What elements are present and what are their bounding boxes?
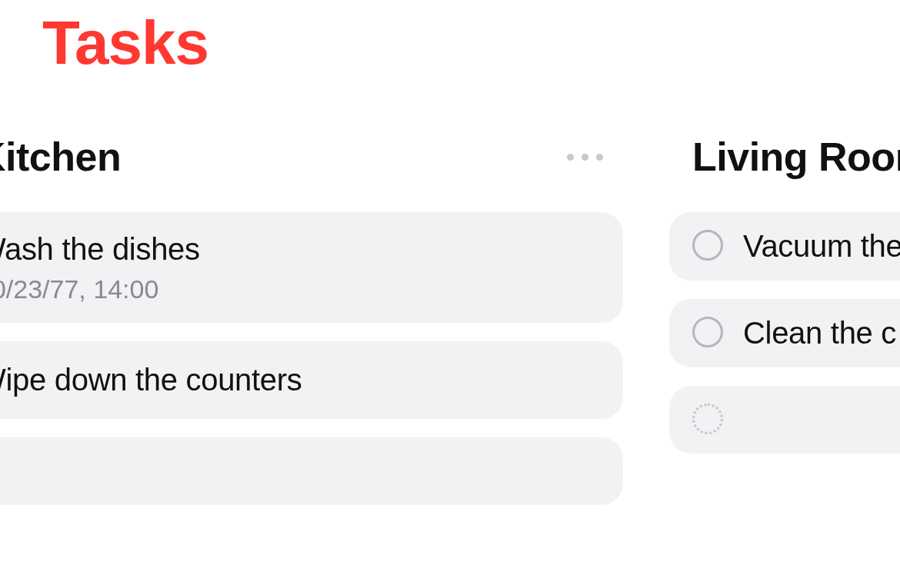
task-board: Kitchen Wash the dishes 10/23/77, 14:00 … bbox=[0, 134, 900, 523]
task-content: Wash the dishes 10/23/77, 14:00 bbox=[0, 232, 200, 304]
more-icon bbox=[582, 154, 588, 161]
task-content: Clean the c bbox=[743, 316, 896, 350]
column-living-room: Living Room Vacuum the Clean the c bbox=[669, 134, 900, 523]
task-title: Clean the c bbox=[743, 316, 896, 350]
task-checkbox[interactable] bbox=[692, 230, 723, 261]
task-checkbox-placeholder[interactable] bbox=[692, 404, 723, 434]
column-title: Living Room bbox=[692, 134, 900, 180]
column-header: Kitchen bbox=[0, 134, 623, 180]
task-card-new[interactable] bbox=[669, 386, 900, 453]
column-header: Living Room bbox=[669, 134, 900, 180]
column-kitchen: Kitchen Wash the dishes 10/23/77, 14:00 … bbox=[0, 134, 623, 523]
task-title: Vacuum the bbox=[743, 229, 900, 264]
task-card[interactable] bbox=[0, 437, 623, 505]
column-title: Kitchen bbox=[0, 134, 121, 180]
more-icon bbox=[567, 154, 574, 161]
column-menu-button[interactable] bbox=[562, 149, 608, 165]
task-card[interactable]: Vacuum the bbox=[669, 212, 900, 281]
task-title: Wash the dishes bbox=[0, 232, 200, 267]
task-card[interactable]: Wash the dishes 10/23/77, 14:00 bbox=[0, 212, 623, 323]
task-content: Vacuum the bbox=[743, 229, 900, 264]
task-date: 10/23/77, 14:00 bbox=[0, 274, 200, 304]
more-icon bbox=[596, 154, 603, 161]
task-content: Wipe down the counters bbox=[0, 363, 302, 397]
task-title: Wipe down the counters bbox=[0, 363, 302, 397]
page-title: Tasks bbox=[42, 8, 900, 78]
task-checkbox[interactable] bbox=[692, 317, 723, 347]
task-card[interactable]: Clean the c bbox=[669, 299, 900, 367]
task-card[interactable]: Wipe down the counters bbox=[0, 341, 623, 419]
